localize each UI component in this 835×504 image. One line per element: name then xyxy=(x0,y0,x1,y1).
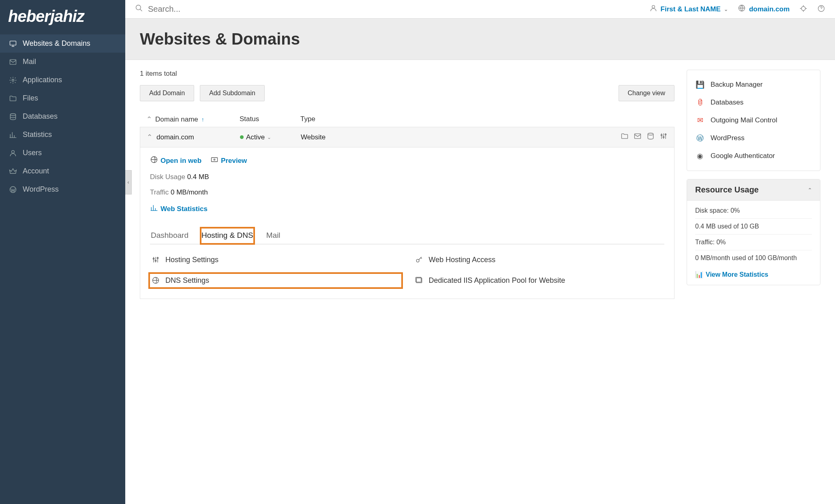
col-domain-name[interactable]: Domain name xyxy=(155,115,198,124)
settings-icon[interactable] xyxy=(659,132,668,142)
status-dot-icon xyxy=(240,135,244,139)
web-statistics-link[interactable]: Web Statistics xyxy=(150,204,208,214)
database-icon: 🛢 xyxy=(695,98,705,107)
backup-manager-link[interactable]: 💾 Backup Manager xyxy=(687,76,820,94)
sidebar-item-label: WordPress xyxy=(23,185,59,194)
svg-point-22 xyxy=(416,259,419,262)
svg-point-7 xyxy=(652,5,655,8)
authenticator-icon: ◉ xyxy=(695,151,705,161)
domain-status: Active xyxy=(246,133,265,141)
sidebar-item-label: Statistics xyxy=(23,130,52,139)
backup-icon: 💾 xyxy=(695,80,705,90)
monitor-icon xyxy=(8,40,18,48)
resource-usage-header[interactable]: Resource Usage ⌃ xyxy=(687,179,820,201)
domain-menu[interactable]: domain.com xyxy=(738,4,790,14)
view-more-statistics-link[interactable]: 📊 View More Statistics xyxy=(695,271,768,278)
sidebar-item-users[interactable]: Users xyxy=(0,144,125,162)
mail-icon xyxy=(8,58,18,66)
sidebar-item-label: Databases xyxy=(23,112,58,121)
sidebar-item-label: Applications xyxy=(23,76,62,84)
disk-usage-value: 0.4 MB xyxy=(187,173,209,181)
window-icon xyxy=(415,276,424,284)
sidebar-item-label: Account xyxy=(23,167,49,175)
sidebar-item-label: Websites & Domains xyxy=(23,39,90,48)
preview-icon xyxy=(210,156,218,166)
col-status[interactable]: Status xyxy=(240,115,300,124)
svg-point-2 xyxy=(12,79,14,81)
chart-icon: 📊 xyxy=(695,271,703,278)
sort-asc-icon[interactable]: ↑ xyxy=(201,116,204,123)
mail-icon[interactable] xyxy=(634,132,642,142)
globe-icon xyxy=(738,4,746,14)
main: First & Last NAME ⌄ domain.com Websites … xyxy=(125,0,835,504)
bug-icon[interactable] xyxy=(799,4,807,14)
help-icon[interactable] xyxy=(817,4,825,14)
expand-toggle-icon[interactable]: ⌃ xyxy=(147,133,152,141)
tab-dashboard[interactable]: Dashboard xyxy=(150,228,189,244)
sidebar-item-label: Mail xyxy=(23,58,36,66)
search-icon xyxy=(135,4,143,14)
domain-row[interactable]: ⌃ domain.com Active ⌄ Website xyxy=(140,127,674,147)
wordpress-icon xyxy=(8,186,18,194)
wordpress-icon: Ⓦ xyxy=(695,133,705,143)
chevron-down-icon: ⌄ xyxy=(724,6,728,12)
domain-label: domain.com xyxy=(749,5,790,13)
bars-icon xyxy=(150,204,158,214)
svg-point-18 xyxy=(214,159,215,160)
sidebar-collapse-handle[interactable]: ‹ xyxy=(125,170,132,194)
dns-settings-link[interactable]: DNS Settings xyxy=(150,274,401,287)
sliders-icon xyxy=(152,256,161,264)
sidebar-item-websites-domains[interactable]: Websites & Domains xyxy=(0,34,125,53)
tools-card: 💾 Backup Manager 🛢 Databases ✉ Outgoing … xyxy=(687,70,820,171)
svg-point-9 xyxy=(801,6,805,11)
traffic-detail: 0 MB/month used of 100 GB/month xyxy=(695,250,812,266)
sidebar-item-wordpress[interactable]: WordPress xyxy=(0,180,125,199)
sidebar-item-account[interactable]: Account xyxy=(0,162,125,180)
user-menu[interactable]: First & Last NAME ⌄ xyxy=(649,4,728,14)
sidebar-item-label: Users xyxy=(23,149,42,157)
domain-detail: Open in web Preview Disk Usage 0.4 MB Tr… xyxy=(140,147,674,299)
sidebar-item-mail[interactable]: Mail xyxy=(0,53,125,71)
wordpress-link[interactable]: Ⓦ WordPress xyxy=(687,129,820,147)
collapse-all-icon[interactable]: ⌃ xyxy=(146,115,152,124)
disk-space-detail: 0.4 MB used of 10 GB xyxy=(695,219,812,235)
hosting-settings-link[interactable]: Hosting Settings xyxy=(150,253,401,267)
outgoing-mail-link[interactable]: ✉ Outgoing Mail Control xyxy=(687,111,820,129)
svg-point-12 xyxy=(648,133,653,135)
domain-name: domain.com xyxy=(156,133,194,141)
database-icon[interactable] xyxy=(647,132,655,142)
user-icon xyxy=(649,4,657,14)
sidebar-item-applications[interactable]: Applications xyxy=(0,71,125,89)
mail-icon: ✉ xyxy=(695,115,705,125)
add-domain-button[interactable]: Add Domain xyxy=(140,85,194,101)
databases-link[interactable]: 🛢 Databases xyxy=(687,94,820,111)
preview-link[interactable]: Preview xyxy=(210,156,247,166)
brand-logo: heberjahiz xyxy=(0,0,125,34)
col-type[interactable]: Type xyxy=(300,115,668,124)
tab-hosting-dns[interactable]: Hosting & DNS xyxy=(201,228,254,244)
resource-usage-card: Resource Usage ⌃ Disk space: 0% 0.4 MB u… xyxy=(687,179,820,285)
domain-tabs: Dashboard Hosting & DNS Mail xyxy=(150,228,664,244)
sidebar-item-files[interactable]: Files xyxy=(0,89,125,107)
chevron-down-icon[interactable]: ⌄ xyxy=(267,135,271,140)
add-subdomain-button[interactable]: Add Subdomain xyxy=(200,85,265,101)
change-view-button[interactable]: Change view xyxy=(619,85,675,101)
open-in-web-link[interactable]: Open in web xyxy=(150,156,201,166)
traffic-value: 0 MB/month xyxy=(171,188,208,196)
web-hosting-access-link[interactable]: Web Hosting Access xyxy=(413,253,665,267)
dedicated-iis-link[interactable]: Dedicated IIS Application Pool for Websi… xyxy=(413,274,665,287)
folder-icon xyxy=(8,94,18,103)
search-wrap xyxy=(135,4,253,14)
sidebar: heberjahiz Websites & Domains Mail Appli… xyxy=(0,0,125,504)
globe-icon xyxy=(150,156,158,166)
search-input[interactable] xyxy=(148,4,253,14)
svg-point-4 xyxy=(12,150,15,153)
page-title: Websites & Domains xyxy=(140,30,820,48)
sidebar-item-databases[interactable]: Databases xyxy=(0,107,125,126)
tab-mail[interactable]: Mail xyxy=(265,228,281,244)
google-authenticator-link[interactable]: ◉ Google Authenticator xyxy=(687,147,820,165)
items-total: 1 items total xyxy=(140,70,674,78)
database-icon xyxy=(8,113,18,121)
files-icon[interactable] xyxy=(621,132,629,142)
sidebar-item-statistics[interactable]: Statistics xyxy=(0,126,125,144)
